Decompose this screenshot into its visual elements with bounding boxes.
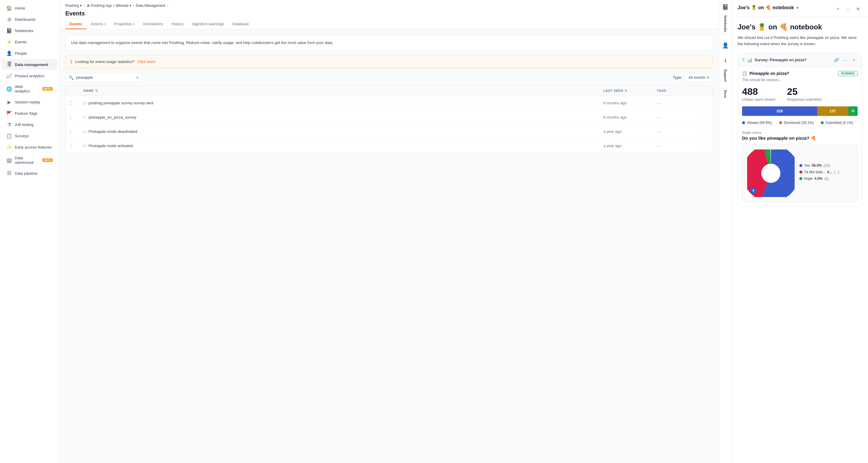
sidebar-item-notebooks[interactable]: 📓 Notebooks (2, 25, 57, 36)
close-panel-button[interactable]: ✕ (854, 5, 862, 13)
event-name-cell[interactable]: ▷ posthog pineapple survey survey sent (80, 97, 600, 109)
chevron-down-icon: ▾ (707, 75, 709, 80)
event-name-cell[interactable]: ▷ Pineapple mode deactivated (80, 125, 600, 137)
breadcrumb-app[interactable]: 🖥 PostHog App + Website ▾ (87, 4, 132, 8)
data-warehouse-beta-badge: BETA (42, 158, 53, 162)
tab-annotations[interactable]: Annotations (139, 19, 167, 29)
minimize-button[interactable]: — (842, 57, 849, 64)
content-area: Use data management to organize events t… (59, 29, 719, 463)
sidebar-item-feature-flags[interactable]: 🚩 Feature flags (2, 108, 57, 119)
row-sort-arrows[interactable]: ▲▼ (69, 128, 72, 135)
link-icon: 🔗 (834, 58, 839, 62)
event-icon: ▷ (84, 143, 87, 148)
close-card-button[interactable]: ✕ (850, 57, 858, 64)
link-button[interactable]: 🔗 (833, 57, 840, 64)
notebook-dropdown-button[interactable]: ▾ (797, 5, 799, 10)
pie-legend-yes: Yes 56.0% (14) (799, 163, 852, 167)
tab-actions[interactable]: Actions ℹ (87, 19, 110, 29)
notebook-panel: Joe's 🍍 on 🍕 notebook ▾ ↗ ··· ✕ Joe's 🍍 … (731, 0, 868, 463)
survey-progress-bar: 326 137 25 (742, 106, 858, 116)
page-title: Events (65, 10, 713, 17)
event-name-cell[interactable]: ▷ pineapple_on_pizza_survey (80, 111, 600, 123)
sidebar-item-data-pipeline[interactable]: ⛓ Data pipeline (2, 168, 57, 179)
tab-history[interactable]: History (167, 19, 187, 29)
right-sidebar: 📓 Notebooks 👤 ℹ Support Docs (719, 0, 731, 463)
events-table: NAME ⇅ LAST SEEN ⇅ TAGS ▲▼ ▷ (65, 86, 713, 153)
web-analytics-icon: 🌐 (6, 86, 12, 92)
last-seen-cell: a year ago (600, 126, 653, 137)
table-row: ▲▼ ▷ posthog pineapple survey survey sen… (66, 96, 713, 110)
event-icon: ▷ (84, 129, 87, 134)
row-sort-arrows[interactable]: ▲▼ (69, 142, 72, 149)
sidebar-item-people[interactable]: 👤 People (2, 48, 57, 59)
breadcrumb-data-management[interactable]: Data Management (136, 4, 165, 8)
survey-card: ⠿ 📊 Survey: Pineapple on pizza? 🔗 — ✕ (738, 53, 862, 207)
row-sort-arrows[interactable]: ▲▼ (69, 99, 72, 106)
more-options-button[interactable]: ··· (844, 5, 852, 13)
external-link-button[interactable]: ↗ (834, 5, 842, 13)
search-input[interactable] (76, 75, 133, 80)
search-clear-button[interactable]: ✕ (136, 75, 139, 80)
col-name[interactable]: NAME ⇅ (80, 86, 600, 96)
viewed-dot (742, 121, 745, 124)
nope-dot (799, 177, 802, 180)
more-button[interactable]: ··· (701, 142, 707, 149)
person-icon-button[interactable]: 👤 (721, 41, 730, 50)
sidebar-item-data-warehouse[interactable]: 🏢 Data warehouse BETA (2, 153, 57, 167)
type-filter-button[interactable]: All events ▾ (685, 73, 713, 82)
sidebar-item-data-management[interactable]: 🗄 Data management (2, 59, 57, 70)
sidebar-item-surveys[interactable]: 📋 Surveys (2, 130, 57, 141)
survey-legend: Viewed (66.8%) Dismissed (28.1%) Submitt… (742, 121, 858, 125)
more-button[interactable]: ··· (701, 128, 707, 135)
col-last-seen[interactable]: LAST SEEN ⇅ (600, 86, 653, 96)
legend-dismissed: Dismissed (28.1%) (779, 121, 814, 125)
more-actions-cell: ··· (698, 125, 713, 138)
sidebar-item-product-analytics[interactable]: 📈 Product analytics (2, 70, 57, 81)
sidebar-item-session-replay[interactable]: ▶ Session replay (2, 97, 57, 107)
pie-chart-section: 8 Yes 56.0% (14) Ya like total. (742, 145, 858, 202)
sidebar-item-web-analytics[interactable]: 🌐 Web analytics BETA (2, 82, 57, 96)
sidebar-item-label: Early access features (15, 145, 52, 150)
sidebar-item-home[interactable]: 🏠 Home (2, 3, 57, 13)
tab-database[interactable]: Database (228, 19, 253, 29)
notebooks-label[interactable]: Notebooks (721, 13, 730, 35)
sidebar-item-label: Home (15, 6, 25, 10)
sidebar-item-ab-testing[interactable]: ⚗ A/B testing (2, 119, 57, 130)
more-button[interactable]: ··· (701, 99, 707, 106)
row-sort-arrows[interactable]: ▲▼ (69, 114, 72, 120)
stats-row: 488 Unique users viewed 25 Responses sub… (742, 87, 858, 102)
early-access-icon: ✨ (6, 145, 12, 150)
event-name-cell[interactable]: ▷ Pineapple mode activated (80, 140, 600, 152)
col-tags: TAGS (653, 86, 698, 96)
single-choice-question: Do you like pineapple on pizza? 🍕 (742, 135, 858, 141)
info-banner-link[interactable]: Click here! (137, 59, 155, 64)
feature-flags-icon: 🚩 (6, 111, 12, 116)
tab-properties[interactable]: Properties ℹ (110, 19, 138, 29)
tab-bar: Events Actions ℹ Properties ℹ Annotation… (65, 19, 713, 29)
sidebar-item-dashboards[interactable]: ⊞ Dashboards (2, 14, 57, 25)
info-button[interactable]: ℹ (721, 56, 730, 66)
sidebar-item-label: Notebooks (15, 29, 33, 33)
legend-viewed: Viewed (66.8%) (742, 121, 772, 125)
info-banner-text: Looking for event usage statistics? (75, 59, 134, 64)
tags-cell: — (653, 97, 698, 109)
sidebar-item-events[interactable]: ⚡ Events (2, 36, 57, 47)
properties-info-icon: ℹ (133, 22, 134, 26)
breadcrumb-posthog[interactable]: PostHog ▾ (65, 4, 82, 8)
sidebar: 🏠 Home ⊞ Dashboards 📓 Notebooks ⚡ Events… (0, 0, 59, 463)
docs-label[interactable]: Docs (721, 88, 730, 100)
last-seen-cell: a year ago (600, 140, 653, 152)
event-icon: ▷ (84, 115, 87, 120)
type-filter-value: All events (689, 75, 705, 80)
support-label[interactable]: Support (721, 67, 730, 84)
tab-ingestion-warnings[interactable]: Ingestion warnings (188, 19, 228, 29)
home-icon: 🏠 (6, 5, 12, 11)
more-button[interactable]: ··· (701, 114, 707, 121)
notebooks-panel-button[interactable]: 📓 (721, 2, 730, 12)
close-icon: ✕ (852, 58, 856, 62)
ab-testing-icon: ⚗ (6, 122, 12, 127)
tab-events[interactable]: Events (65, 19, 87, 29)
tags-cell: — (653, 126, 698, 137)
sort-icon: ⇅ (95, 89, 98, 93)
sidebar-item-early-access[interactable]: ✨ Early access features (2, 142, 57, 152)
